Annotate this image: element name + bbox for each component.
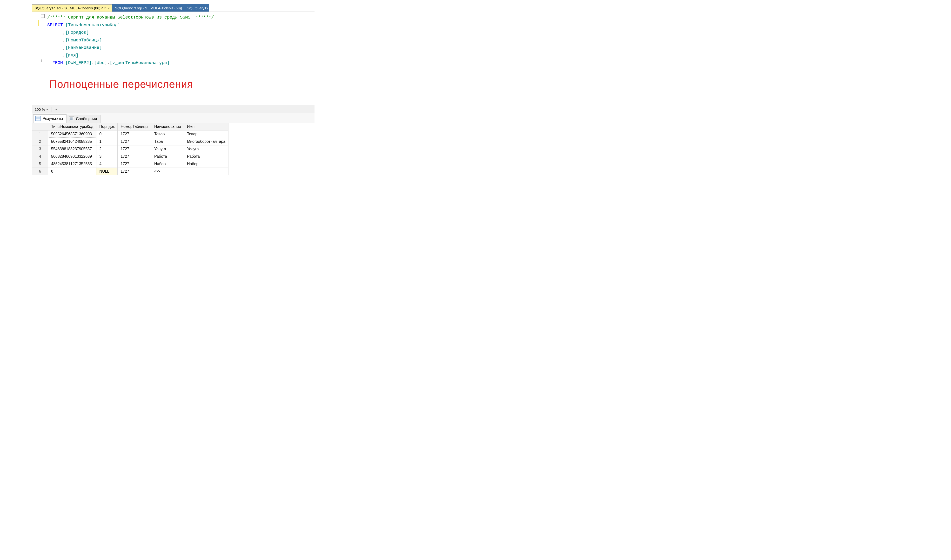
cell[interactable]: 1 xyxy=(96,138,117,145)
kw-from: FROM xyxy=(52,60,63,65)
col-header[interactable]: НомерТаблицы xyxy=(117,123,151,131)
tab-sqlquery14-active[interactable]: SQLQuery14.sql - S...MULA-T\denis (86))*… xyxy=(32,4,112,12)
fold-guideline xyxy=(43,18,43,60)
table-row[interactable]: 1505526456857136090301727ТоварТовар xyxy=(32,131,228,138)
kw-select: SELECT xyxy=(47,23,63,28)
cell[interactable]: 1727 xyxy=(117,153,151,160)
fold-end-icon xyxy=(42,60,44,62)
results-pane-tabstrip: Результаты Сообщения xyxy=(32,113,315,123)
cell[interactable]: 5546388188237905557 xyxy=(48,145,96,153)
cell[interactable]: Товар xyxy=(151,131,184,138)
table-row[interactable]: 4566828466901332263931727РаботаРабота xyxy=(32,153,228,160)
cell[interactable]: Набор xyxy=(184,160,228,168)
table-row[interactable]: 2507558241042405823511727ТараМногооборот… xyxy=(32,138,228,145)
tab-results[interactable]: Результаты xyxy=(33,114,66,123)
table-row[interactable]: 5485245381127135253541727НаборНабор xyxy=(32,160,228,168)
row-number[interactable]: 2 xyxy=(32,138,48,145)
fold-toggle-icon[interactable]: − xyxy=(41,14,45,18)
row-number[interactable]: 6 xyxy=(32,168,48,175)
cell[interactable]: Услуга xyxy=(184,145,228,153)
sql-editor[interactable]: − /****** Скрипт для команды SelectTopNR… xyxy=(32,12,315,71)
row-number[interactable]: 3 xyxy=(32,145,48,153)
row-number[interactable]: 1 xyxy=(32,131,48,138)
cell[interactable]: <-> xyxy=(151,168,184,175)
tab-messages[interactable]: Сообщения xyxy=(67,115,100,123)
cell[interactable]: 1727 xyxy=(117,131,151,138)
tab-sqlquery13[interactable]: SQLQuery13.sql - S...MULA-T\denis (63)) xyxy=(112,4,185,12)
cell[interactable]: 1727 xyxy=(117,145,151,153)
col-3: [Наименование] xyxy=(66,45,102,50)
cell[interactable]: 4 xyxy=(96,160,117,168)
table-row[interactable]: 60NULL1727<-> xyxy=(32,168,228,175)
tab-sqlquery12-partial[interactable]: SQLQuery12 xyxy=(185,4,209,12)
close-icon[interactable]: × xyxy=(108,6,110,10)
src-obj: [v_регТипыНоменклатуры] xyxy=(110,60,170,65)
cell[interactable]: 5055264568571360903 xyxy=(48,131,96,138)
results-grid-container[interactable]: ТипыНоменклатурыКод Порядок НомерТаблицы… xyxy=(32,123,315,197)
cell[interactable]: МногооборотнаяТара xyxy=(184,138,228,145)
code-fold-gutter: − xyxy=(39,14,46,62)
cell[interactable]: 3 xyxy=(96,153,117,160)
editor-tab-strip: SQLQuery14.sql - S...MULA-T\denis (86))*… xyxy=(32,4,315,12)
zoom-dropdown[interactable]: 100 % ▼ xyxy=(34,107,49,112)
cell[interactable]: 0 xyxy=(96,131,117,138)
editor-zoom-bar: 100 % ▼ ◄ xyxy=(32,105,315,114)
col-header[interactable]: Имя xyxy=(184,123,228,131)
cell[interactable]: 2 xyxy=(96,145,117,153)
cell[interactable]: 1727 xyxy=(117,168,151,175)
col-header[interactable]: Порядок xyxy=(96,123,117,131)
zoom-value: 100 % xyxy=(35,108,45,111)
tab-results-label: Результаты xyxy=(43,117,63,121)
cell[interactable]: 0 xyxy=(48,168,96,175)
results-grid[interactable]: ТипыНоменклатурыКод Порядок НомерТаблицы… xyxy=(32,123,228,175)
annotation-overlay-text: Полноценные перечисления xyxy=(49,78,193,90)
scroll-left-icon[interactable]: ◄ xyxy=(54,107,58,111)
cell[interactable]: Товар xyxy=(184,131,228,138)
cell[interactable]: 1727 xyxy=(117,138,151,145)
col-header[interactable]: ТипыНоменклатурыКод xyxy=(48,123,96,131)
cell[interactable]: NULL xyxy=(96,168,117,175)
chevron-down-icon: ▼ xyxy=(46,108,48,111)
cell[interactable]: 1727 xyxy=(117,160,151,168)
tab-label: SQLQuery13.sql - S...MULA-T\denis (63)) xyxy=(115,6,182,10)
src-schema: [dbo] xyxy=(94,60,107,65)
cell[interactable]: Тара xyxy=(151,138,184,145)
tab-label: SQLQuery14.sql - S...MULA-T\denis (86))* xyxy=(34,6,103,10)
row-number[interactable]: 5 xyxy=(32,160,48,168)
cell[interactable]: 5668284669013322639 xyxy=(48,153,96,160)
col-header[interactable]: Наименование xyxy=(151,123,184,131)
code-text[interactable]: /****** Скрипт для команды SelectTopNRow… xyxy=(47,14,214,67)
row-number[interactable]: 4 xyxy=(32,153,48,160)
row-header-blank xyxy=(32,123,48,131)
cell[interactable]: Набор xyxy=(151,160,184,168)
col-0: [ТипыНоменклатурыКод] xyxy=(66,23,120,28)
pin-icon[interactable]: ⊓ xyxy=(104,6,106,10)
tab-messages-label: Сообщения xyxy=(76,117,97,121)
tab-label: SQLQuery12 xyxy=(187,6,208,10)
cell[interactable]: 4852453811271352535 xyxy=(48,160,96,168)
messages-icon xyxy=(69,117,74,122)
src-db: [DWH_ERP2] xyxy=(66,60,91,65)
grid-icon xyxy=(36,116,41,122)
cell[interactable]: Работа xyxy=(151,153,184,160)
cell[interactable] xyxy=(184,168,228,175)
col-1: [Порядок] xyxy=(66,30,89,35)
cell[interactable]: 5075582410424058235 xyxy=(48,138,96,145)
col-2: [НомерТаблицы] xyxy=(66,38,102,43)
cell[interactable]: Услуга xyxy=(151,145,184,153)
table-row[interactable]: 3554638818823790555721727УслугаУслуга xyxy=(32,145,228,153)
col-4: [Имя] xyxy=(66,53,79,58)
code-comment: /****** Скрипт для команды SelectTopNRow… xyxy=(47,15,214,20)
cell[interactable]: Работа xyxy=(184,153,228,160)
